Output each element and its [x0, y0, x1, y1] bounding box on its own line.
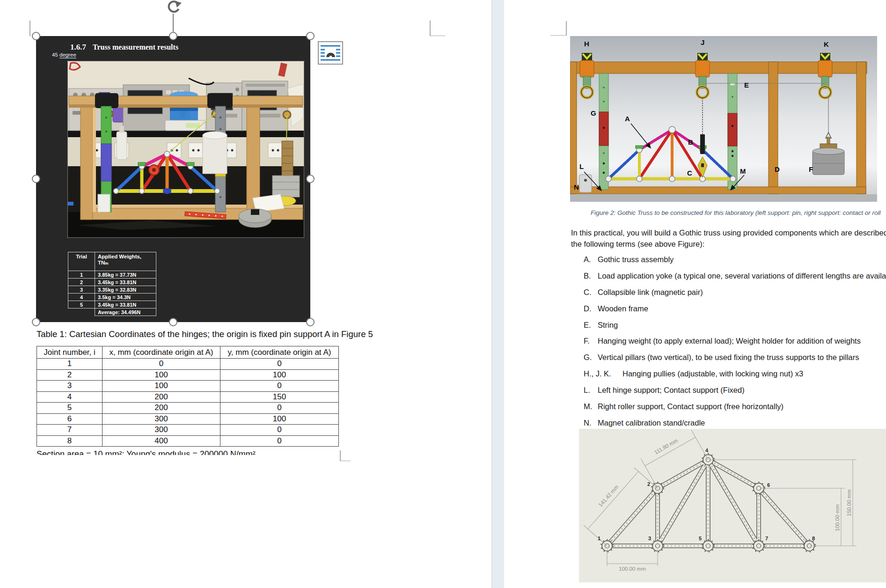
list-item[interactable]: Right roller support, Contact support (f… — [598, 402, 783, 411]
table-row: 73000 — [37, 425, 339, 436]
svg-text:J: J — [701, 38, 704, 46]
table-row: 23.45kg = 33.81N — [68, 279, 156, 286]
list-item[interactable]: Load application yoke (a typical one, se… — [598, 272, 886, 280]
clamp-right — [207, 93, 233, 108]
selection-handle-bottom-left[interactable] — [32, 318, 40, 326]
picture-embedded-title: 1.6.7Truss measurement results — [70, 43, 178, 52]
list-item[interactable]: Collapsible link (magnetic pair) — [598, 288, 703, 297]
svg-text:100.00 mm: 100.00 mm — [619, 566, 646, 572]
app-canvas: 1.6.7Truss measurement results 45 degree — [0, 0, 886, 588]
intro-line-1[interactable]: In this practical, you will build a Goth… — [571, 228, 886, 237]
figure2-caption[interactable]: Figure 2: Gothic Truss to be constructed… — [591, 209, 881, 216]
svg-text:H: H — [584, 40, 589, 48]
balance-scale — [165, 120, 205, 131]
list-item[interactable]: Vertical pillars (two vertical), to be u… — [598, 353, 859, 362]
svg-text:7: 7 — [765, 536, 768, 541]
table-row: 33.35kg = 32.83N — [68, 286, 156, 294]
svg-text:1: 1 — [598, 536, 600, 541]
selection-handle-mid-left[interactable] — [32, 175, 40, 183]
svg-text:B: B — [688, 138, 693, 146]
cad-dimension-labels: 100.00 mm 141.42 mm 111.80 mm 100.00 mm … — [598, 438, 852, 572]
paper-roll — [203, 132, 227, 174]
table-row-average: Average: 34.496N — [68, 309, 156, 316]
table-row: 43.5kg = 34.3N — [68, 294, 156, 301]
table-row: 4200150 — [37, 391, 339, 403]
rotate-handle-stem — [173, 14, 174, 32]
average-value: Average: 34.496N — [95, 309, 156, 316]
list-letter: N. — [584, 419, 592, 427]
layout-options-button[interactable] — [318, 41, 343, 65]
svg-text:141.42 mm: 141.42 mm — [598, 484, 620, 508]
brass-weight-stack — [282, 141, 293, 176]
svg-text:M: M — [740, 167, 746, 175]
list-letter: F. — [584, 337, 590, 345]
list-letter: A. — [584, 255, 591, 264]
list-letter: H., J. K. — [584, 369, 611, 378]
svg-text:4: 4 — [705, 448, 709, 453]
horseshoe-magnet — [239, 209, 271, 228]
list-item[interactable]: Wooden frame — [598, 304, 648, 313]
selection-handle-top-right[interactable] — [306, 32, 315, 40]
list-item[interactable]: Gothic truss assembly — [598, 255, 674, 264]
string-to-weights — [286, 116, 287, 144]
selection-handle-bottom-mid[interactable] — [169, 318, 177, 326]
list-letter: M. — [584, 402, 592, 411]
svg-text:L: L — [579, 162, 584, 170]
table-row: 53.45kg = 33.81N — [68, 301, 156, 309]
rotate-handle-icon[interactable] — [165, 0, 183, 15]
weights-col-header: Applied Weights, TNₘ — [95, 252, 156, 271]
svg-text:6: 6 — [767, 482, 770, 488]
table-row: 13.85kg = 37.73N — [68, 271, 156, 279]
list-item[interactable]: String — [598, 321, 618, 330]
section-number: 1.6.7 — [70, 43, 86, 51]
lab-photo-illustration — [68, 61, 304, 237]
table-row: 84000 — [37, 435, 339, 447]
trial-col-header: Trial — [68, 252, 95, 271]
list-letter: G. — [584, 353, 592, 362]
table-header-row: Joint number, i x, mm (coordinate origin… — [37, 346, 339, 359]
svg-text:D: D — [775, 165, 780, 173]
selection-handle-mid-right[interactable] — [306, 175, 315, 183]
truss-cad-drawing: 100.00 mm 141.42 mm 111.80 mm 100.00 mm … — [579, 429, 886, 582]
svg-text:K: K — [824, 40, 829, 48]
list-item[interactable]: Left hinge support; Contact support (Fix… — [598, 386, 745, 395]
svg-text:N: N — [574, 183, 579, 191]
lab-photo — [68, 61, 304, 237]
intro-line-2[interactable]: the following terms (see above Figure): — [571, 240, 704, 249]
figure2-gothic-truss: H J K E G A B L C D M F N — [570, 36, 877, 202]
selection-handle-bottom-right[interactable] — [306, 318, 315, 326]
list-item[interactable]: Hanging weight (to apply external load);… — [598, 337, 861, 345]
list-letter: C. — [584, 288, 592, 297]
table1-caption[interactable]: Table 1: Cartesian Coordinates of the hi… — [37, 329, 373, 339]
table-row: 6300100 — [37, 413, 339, 425]
layout-options-icon — [319, 42, 342, 64]
trial-results-table: Trial Applied Weights, TNₘ 13.85kg = 37.… — [68, 252, 156, 316]
table-row: 2100100 — [37, 369, 339, 381]
svg-text:8: 8 — [812, 536, 815, 541]
table-row: Trial Applied Weights, TNₘ — [68, 252, 156, 271]
list-letter: E. — [584, 321, 591, 330]
svg-text:A: A — [625, 115, 630, 123]
svg-text:5: 5 — [699, 536, 702, 541]
list-item[interactable]: Magnet calibration stand/cradle — [598, 419, 705, 427]
svg-text:111.80 mm: 111.80 mm — [653, 438, 679, 456]
coordinates-table[interactable]: Joint number, i x, mm (coordinate origin… — [37, 346, 339, 447]
selected-picture[interactable]: 1.6.7Truss measurement results 45 degree — [36, 36, 310, 322]
svg-text:3: 3 — [648, 536, 651, 541]
svg-text:E: E — [744, 81, 749, 89]
table-row: 31000 — [37, 381, 339, 392]
list-item[interactable]: Hanging pullies (adjustable, with lockin… — [622, 369, 803, 378]
clipped-text-line[interactable]: Section area = 10 mm²; Young's modulus =… — [37, 449, 345, 455]
selection-handle-top-left[interactable] — [32, 32, 40, 40]
svg-text:F: F — [809, 165, 813, 173]
selection-handle-top-mid[interactable] — [169, 32, 177, 40]
misspelled-word: degree — [59, 52, 76, 59]
svg-text:150.00 mm: 150.00 mm — [846, 489, 852, 516]
list-letter: B. — [584, 272, 591, 280]
picture-embedded-subtitle: 45 degree — [52, 52, 76, 58]
svg-text:C: C — [687, 169, 692, 177]
white-box — [98, 194, 110, 212]
figure-yoke — [700, 134, 705, 154]
clamp-left — [95, 93, 118, 108]
truss-cad-svg: 100.00 mm 141.42 mm 111.80 mm 100.00 mm … — [579, 429, 886, 582]
